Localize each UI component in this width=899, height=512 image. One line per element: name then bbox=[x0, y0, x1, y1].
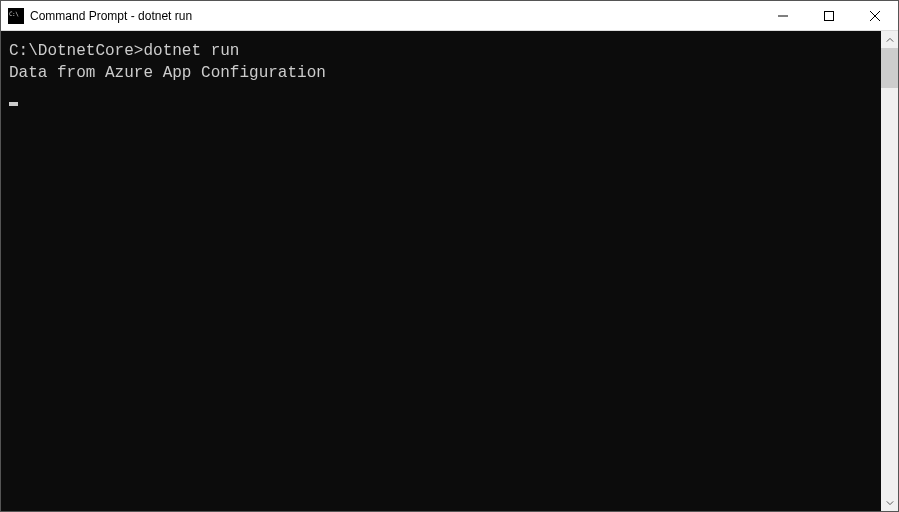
titlebar: Command Prompt - dotnet run bbox=[1, 1, 898, 31]
command-text: dotnet run bbox=[143, 42, 239, 60]
output-line: Data from Azure App Configuration bbox=[9, 63, 873, 85]
minimize-button[interactable] bbox=[760, 1, 806, 30]
maximize-button[interactable] bbox=[806, 1, 852, 30]
scrollbar[interactable] bbox=[881, 31, 898, 511]
scroll-up-button[interactable] bbox=[881, 31, 898, 48]
terminal-wrap: C:\DotnetCore>dotnet runData from Azure … bbox=[1, 31, 898, 511]
close-button[interactable] bbox=[852, 1, 898, 30]
scroll-thumb[interactable] bbox=[881, 48, 898, 88]
scroll-down-button[interactable] bbox=[881, 494, 898, 511]
titlebar-controls bbox=[760, 1, 898, 30]
prompt-text: C:\DotnetCore> bbox=[9, 42, 143, 60]
cursor bbox=[9, 102, 18, 106]
svg-rect-1 bbox=[825, 11, 834, 20]
cmd-icon bbox=[8, 8, 24, 24]
window-title: Command Prompt - dotnet run bbox=[30, 9, 192, 23]
terminal[interactable]: C:\DotnetCore>dotnet runData from Azure … bbox=[1, 31, 881, 511]
scroll-track[interactable] bbox=[881, 48, 898, 494]
